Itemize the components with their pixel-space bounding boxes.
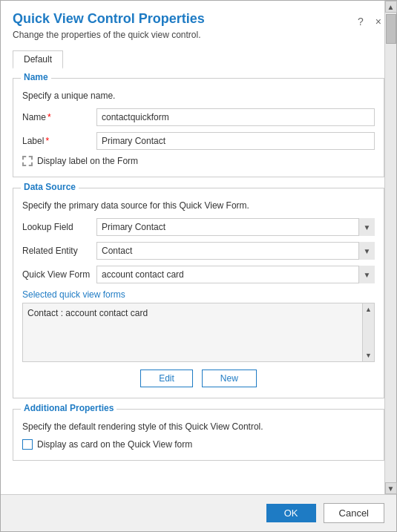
name-section-legend: Name bbox=[21, 72, 51, 82]
datasource-buttons: Edit New bbox=[22, 370, 375, 387]
quick-view-form-select[interactable]: account contact card bbox=[96, 266, 375, 283]
dialog-scrollbar[interactable]: ▲ ▼ bbox=[384, 1, 396, 494]
scroll-down-arrow[interactable]: ▼ bbox=[385, 482, 397, 494]
name-input[interactable] bbox=[96, 108, 375, 126]
related-entity-row: Related Entity Contact ▼ bbox=[22, 242, 375, 260]
data-source-legend: Data Source bbox=[21, 182, 79, 192]
display-as-card-label: Display as card on the Quick View form bbox=[37, 439, 192, 450]
display-label-text: Display label on the Form bbox=[37, 156, 138, 166]
lookup-field-select-wrapper: Primary Contact ▼ bbox=[96, 218, 375, 236]
selected-forms-list[interactable]: Contact : account contact card ▲ ▼ bbox=[22, 303, 375, 362]
related-entity-select[interactable]: Contact bbox=[96, 242, 375, 260]
label-required-star: * bbox=[45, 136, 49, 146]
list-scroll-down[interactable]: ▼ bbox=[363, 349, 375, 361]
name-required-star: * bbox=[47, 112, 51, 122]
edit-button[interactable]: Edit bbox=[140, 370, 193, 387]
tab-default[interactable]: Default bbox=[13, 50, 63, 69]
ok-button[interactable]: OK bbox=[266, 504, 316, 522]
dialog-footer: OK Cancel bbox=[1, 494, 396, 531]
additional-properties-section: Additional Properties Specify the defaul… bbox=[13, 409, 384, 461]
quick-view-form-select-wrapper: account contact card ▼ bbox=[96, 266, 375, 283]
additional-section-legend: Additional Properties bbox=[21, 403, 117, 413]
list-item: Contact : account contact card bbox=[27, 306, 370, 320]
quick-view-form-label: Quick View Form bbox=[22, 269, 96, 280]
name-field-label: Name* bbox=[22, 112, 96, 122]
dialog-container: Quick View Control Properties Change the… bbox=[0, 0, 397, 532]
additional-section-description: Specify the default rendering style of t… bbox=[22, 421, 375, 432]
data-source-description: Specify the primary data source for this… bbox=[22, 200, 375, 211]
display-label-row: Display label on the Form bbox=[22, 156, 375, 166]
lookup-field-row: Lookup Field Primary Contact ▼ bbox=[22, 218, 375, 236]
label-field-row: Label* bbox=[22, 132, 375, 150]
scroll-up-arrow[interactable]: ▲ bbox=[385, 1, 397, 13]
display-as-card-row: Display as card on the Quick View form bbox=[22, 439, 375, 450]
scrollbar-track bbox=[385, 13, 396, 482]
dialog-title-area: Quick View Control Properties Change the… bbox=[13, 11, 355, 40]
cancel-button[interactable]: Cancel bbox=[324, 503, 384, 523]
label-input[interactable] bbox=[96, 132, 375, 150]
close-icon[interactable]: × bbox=[373, 14, 384, 29]
related-entity-select-wrapper: Contact ▼ bbox=[96, 242, 375, 260]
dialog-title: Quick View Control Properties bbox=[13, 11, 355, 27]
list-scroll-up[interactable]: ▲ bbox=[363, 303, 375, 315]
new-button[interactable]: New bbox=[202, 370, 257, 387]
dialog-subtitle: Change the properties of the quick view … bbox=[13, 30, 355, 40]
help-icon[interactable]: ? bbox=[355, 14, 367, 29]
selected-forms-label: Selected quick view forms bbox=[22, 289, 375, 300]
data-source-section: Data Source Specify the primary data sou… bbox=[13, 188, 384, 398]
related-entity-label: Related Entity bbox=[22, 246, 96, 256]
list-box-scrollbar[interactable]: ▲ ▼ bbox=[362, 303, 374, 361]
scrollbar-thumb[interactable] bbox=[386, 14, 396, 44]
dialog-header-icons: ? × bbox=[355, 14, 384, 29]
name-field-row: Name* bbox=[22, 108, 375, 126]
dialog-content: Default Name Specify a unique name. Name… bbox=[1, 45, 396, 494]
name-section-description: Specify a unique name. bbox=[22, 91, 375, 101]
display-as-card-checkbox[interactable] bbox=[22, 439, 33, 450]
tab-row: Default bbox=[13, 50, 384, 69]
display-label-checkbox[interactable] bbox=[22, 156, 33, 166]
label-field-label: Label* bbox=[22, 136, 96, 146]
lookup-field-label: Lookup Field bbox=[22, 222, 96, 232]
dialog-header: Quick View Control Properties Change the… bbox=[1, 1, 396, 45]
name-section: Name Specify a unique name. Name* Label*… bbox=[13, 78, 384, 177]
quick-view-form-row: Quick View Form account contact card ▼ bbox=[22, 266, 375, 283]
lookup-field-select[interactable]: Primary Contact bbox=[96, 218, 375, 236]
